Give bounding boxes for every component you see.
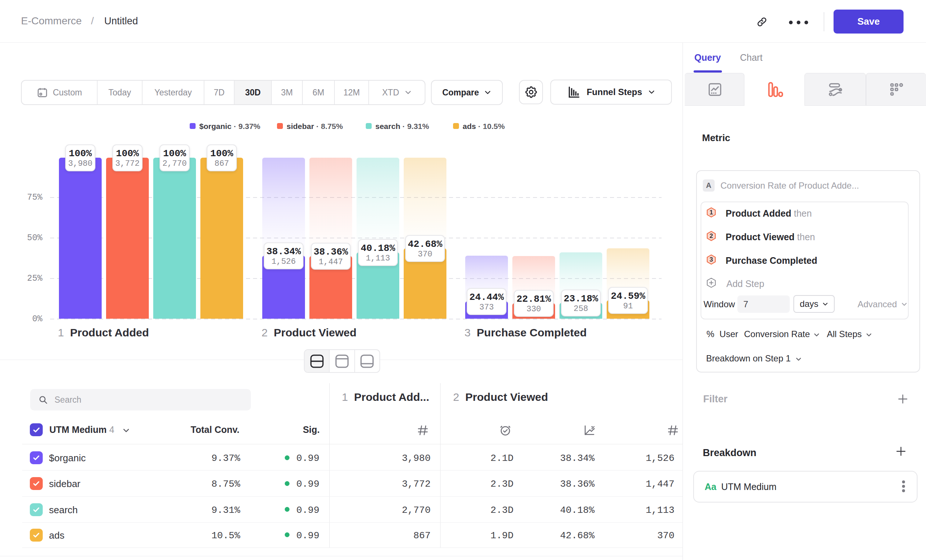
- svg-text:1: 1: [710, 209, 713, 216]
- svg-text:3: 3: [710, 256, 713, 263]
- svg-text:2: 2: [710, 233, 713, 239]
